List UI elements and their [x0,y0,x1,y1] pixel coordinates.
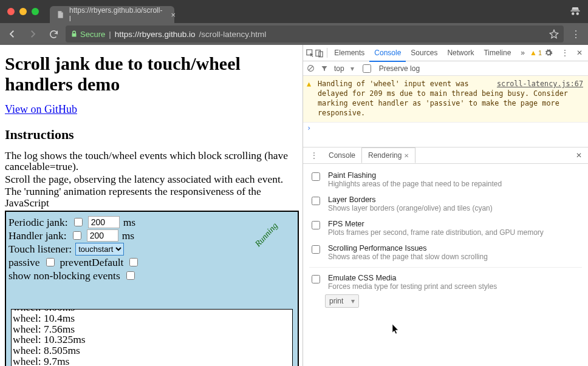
filter-icon[interactable] [321,65,328,72]
passive-label: passive [9,256,40,269]
handler-jank-label: Handler jank: [9,229,67,242]
passive-checkbox[interactable] [46,258,55,266]
nonblocking-checkbox[interactable] [126,271,135,280]
rendering-desc: Shows areas of the page that slow down s… [328,252,488,261]
devtools-tab-timeline[interactable]: Timeline [479,45,516,61]
layer-borders-checkbox[interactable] [312,197,320,205]
console-warning-message[interactable]: ▲ scroll-latency.js:67 Handling of 'whee… [303,76,588,123]
rendering-drawer: Paint FlashingHighlights areas of the pa… [303,164,588,311]
instructions-p2: Scroll the page, observing the latency a… [5,174,298,185]
drawer-tab-rendering[interactable]: Rendering✕ [361,147,415,163]
forward-button[interactable] [24,25,41,42]
close-window-button[interactable] [7,8,15,15]
page-icon [56,10,64,19]
devtools-dock-menu-icon[interactable]: ⋮ [559,49,571,57]
rendered-page: Scroll jank due to touch/wheel handlers … [0,45,303,366]
emulate-css-media-checkbox[interactable] [312,275,320,283]
warning-triangle-icon: ▲ [307,80,311,89]
paint-flashing-checkbox[interactable] [312,172,320,181]
touch-listener-label: Touch listener: [9,243,72,256]
warning-source-link[interactable]: scroll-latency.js:67 [497,80,583,89]
preventdefault-label: preventDefault [60,256,124,269]
rendering-title: Scrolling Performance Issues [328,244,488,252]
log-line: wheel: 10.4ms [13,313,291,324]
rendering-title: Emulate CSS Media [328,274,497,282]
chevron-down-icon: ▾ [351,297,355,305]
url-path: /scroll-latency.html [199,30,267,39]
fps-meter-checkbox[interactable] [312,221,320,229]
devtools-tab-sources[interactable]: Sources [406,45,442,61]
zoom-window-button[interactable] [32,8,39,15]
tab-title: https://rbyers.github.io/scroll-l [69,6,162,23]
instructions-p1: The log shows the touch/wheel events whi… [5,150,298,172]
console-prompt[interactable]: › [303,123,588,134]
rendering-title: Paint Flashing [328,171,502,180]
traffic-lights [7,8,39,15]
address-bar[interactable]: Secure | https://rbyers.github.io/scroll… [66,25,564,42]
preserve-log-checkbox[interactable] [363,64,371,73]
rendering-desc: Plots frames per second, frame rate dist… [328,228,544,237]
back-button[interactable] [4,25,21,42]
scrolling-issues-checkbox[interactable] [312,245,320,254]
devtools-panel: Elements Console Sources Network Timelin… [303,45,588,366]
devtools-tab-network[interactable]: Network [442,45,479,61]
drawer-menu-icon[interactable]: ⋮ [306,151,323,160]
rendering-option: Emulate CSS MediaForces media type for t… [309,267,582,294]
devtools-settings-icon[interactable] [544,49,556,57]
log-line: wheel: 9.7ms [13,356,291,366]
browser-tabstrip: https://rbyers.github.io/scroll-l × [50,6,174,23]
rendering-desc: Shows layer borders (orange/olive) and t… [328,204,493,212]
github-link[interactable]: View on GitHub [5,103,77,115]
handler-unit: ms [122,229,134,242]
event-log[interactable]: wheel: 0.00ms wheel: 10.4ms wheel: 7.56m… [11,309,293,366]
inspect-element-icon[interactable] [306,46,315,60]
rendering-option: Scrolling Performance IssuesShows areas … [309,240,582,265]
clear-console-icon[interactable] [307,64,315,72]
secure-label: Secure [80,30,105,39]
periodic-unit: ms [123,216,135,229]
drawer-tab-console[interactable]: Console [323,148,361,163]
svg-rect-1 [316,50,321,56]
browser-tab[interactable]: https://rbyers.github.io/scroll-l × [50,6,174,23]
incognito-icon [570,6,581,16]
handler-jank-input[interactable] [87,229,118,242]
minimize-window-button[interactable] [19,8,27,15]
periodic-jank-checkbox[interactable] [74,218,83,226]
periodic-jank-input[interactable] [88,216,120,228]
page-heading: Scroll jank due to touch/wheel handlers … [5,53,298,95]
browser-menu-button[interactable]: ⋮ [567,29,584,40]
level-dropdown-icon[interactable]: ▾ [350,64,354,73]
devtools-tab-elements[interactable]: Elements [329,45,369,61]
instructions-heading: Instructions [5,127,298,143]
rendering-desc: Highlights areas of the page that need t… [328,180,502,188]
lock-icon: Secure [70,30,105,39]
bookmark-star-icon[interactable] [549,29,559,39]
browser-toolbar: Secure | https://rbyers.github.io/scroll… [0,23,588,45]
devtools-tabs-overflow-icon[interactable]: » [516,45,530,61]
window-titlebar: https://rbyers.github.io/scroll-l × [0,0,588,23]
rendering-title: Layer Borders [328,195,493,204]
css-media-select[interactable]: print▾ [325,294,359,308]
rendering-desc: Forces media type for testing print and … [328,282,497,291]
nonblocking-label: show non-blocking events [9,269,120,282]
preventdefault-checkbox[interactable] [129,258,138,266]
device-toolbar-icon[interactable] [315,46,324,60]
handler-jank-checkbox[interactable] [73,231,81,240]
preserve-log-label: Preserve log [379,64,420,73]
content-split: Scroll jank due to touch/wheel handlers … [0,45,588,366]
console-filter-bar: top ▾ Preserve log [303,61,588,76]
touch-listener-select[interactable]: touchstart [75,243,124,256]
warning-count-badge[interactable]: ▲1 [530,49,542,57]
console-context[interactable]: top [334,64,344,73]
devtools-close-icon[interactable]: ✕ [573,49,586,57]
tab-close-icon[interactable]: × [171,10,176,19]
drawer-tab-close-icon[interactable]: ✕ [404,152,409,159]
devtools-drawer-tabstrip: ⋮ Console Rendering✕ ✕ [303,147,588,164]
rendering-title: FPS Meter [328,220,544,228]
reload-button[interactable] [45,25,62,42]
rendering-option: Layer BordersShows layer borders (orange… [309,192,582,216]
devtools-tab-console[interactable]: Console [369,45,406,62]
drawer-close-icon[interactable]: ✕ [572,151,586,160]
demo-panel: Periodic jank: ms Handler jank: ms Touch… [5,211,299,366]
instructions-p3: The 'running' animation represents the r… [5,186,298,208]
